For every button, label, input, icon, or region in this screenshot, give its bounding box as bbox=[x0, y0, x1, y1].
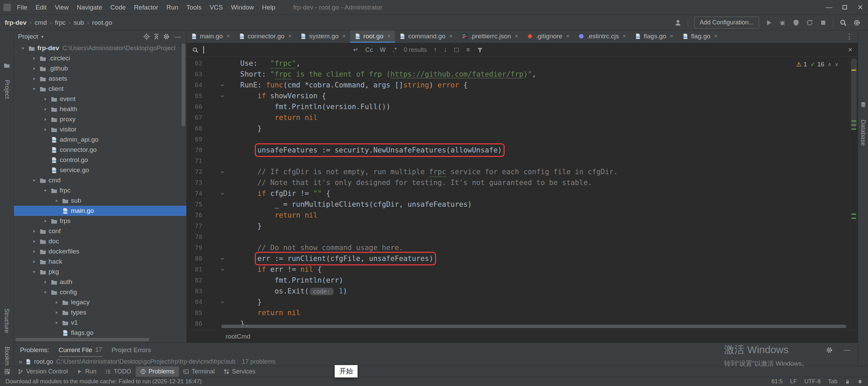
line-number[interactable]: 83 bbox=[187, 286, 202, 297]
editor-tab--eslintrc-cjs[interactable]: .eslintrc.cjs× bbox=[574, 31, 630, 43]
project-panel-title[interactable]: Project bbox=[18, 33, 38, 40]
chevron-right-icon[interactable] bbox=[52, 198, 61, 204]
menu-file[interactable]: File bbox=[13, 0, 32, 15]
toolwindow-button-database[interactable]: Database bbox=[858, 110, 868, 155]
tree-item-auth[interactable]: auth bbox=[14, 277, 186, 287]
code-area[interactable]: 62Use: "frpc",63Short: "frpc is the clie… bbox=[187, 57, 858, 330]
problems-settings-icon[interactable] bbox=[826, 347, 833, 353]
line-number[interactable]: 66 bbox=[187, 101, 202, 112]
chevron-right-icon[interactable] bbox=[30, 66, 38, 72]
chevron-right-icon[interactable] bbox=[41, 218, 50, 224]
tree-item-service-go[interactable]: GOservice.go bbox=[14, 165, 186, 175]
menu-run[interactable]: Run bbox=[162, 0, 182, 15]
run-icon[interactable] bbox=[765, 19, 773, 26]
toolwindow-button-version-control[interactable]: Version Control bbox=[13, 366, 72, 377]
tree-item-flags-go[interactable]: GOflags.go bbox=[14, 328, 186, 338]
code-line[interactable]: 74 if cfgDir != "" { bbox=[187, 188, 858, 199]
editor-tab-flags-go[interactable]: GOflags.go× bbox=[630, 31, 678, 43]
editor-tab-system-go[interactable]: GOsystem.go× bbox=[296, 31, 350, 43]
close-button[interactable]: × bbox=[852, 0, 868, 15]
code-line[interactable]: 69 bbox=[187, 134, 858, 145]
editor-tab--prettierrc-json[interactable]: .prettierrc.json× bbox=[457, 31, 523, 43]
chevron-down-icon[interactable] bbox=[30, 86, 38, 92]
editor-tab-command-go[interactable]: GOcommand.go× bbox=[395, 31, 457, 43]
code-line[interactable]: 62Use: "frpc", bbox=[187, 58, 858, 69]
next-problem-icon[interactable]: ∨ bbox=[835, 61, 838, 67]
code-line[interactable]: 63Short: "frpc is the client of frp (htt… bbox=[187, 69, 858, 80]
menu-help[interactable]: Help bbox=[258, 0, 279, 15]
chevron-down-icon[interactable]: ▾ bbox=[41, 34, 43, 39]
code-line[interactable]: 65 if showVersion { bbox=[187, 90, 858, 101]
add-configuration-button[interactable]: Add Configuration... bbox=[694, 17, 759, 28]
inspections-widget[interactable]: ⚠ 1 ✓ 16 ∧ ∨ bbox=[793, 60, 842, 69]
tree-item-config[interactable]: config bbox=[14, 287, 186, 297]
regex-toggle[interactable]: .* bbox=[393, 46, 397, 54]
minimize-button[interactable]: — bbox=[821, 0, 837, 15]
collaboration-icon[interactable] bbox=[674, 19, 682, 26]
tab-project-errors[interactable]: Project Errors bbox=[112, 343, 151, 357]
chevron-right-icon[interactable] bbox=[30, 228, 38, 234]
tree-item-conf[interactable]: conf bbox=[14, 226, 186, 236]
file-encoding[interactable]: UTF-8 bbox=[804, 378, 820, 385]
lock-icon[interactable] bbox=[845, 379, 850, 384]
panel-settings-icon[interactable] bbox=[163, 33, 170, 40]
editor-tab-connector-go[interactable]: GOconnector.go× bbox=[234, 31, 296, 43]
breadcrumb-item[interactable]: sub bbox=[74, 19, 84, 26]
code-line[interactable]: 76 return nil bbox=[187, 210, 858, 221]
line-number[interactable]: 71 bbox=[187, 156, 202, 166]
tree-item-doc[interactable]: doc bbox=[14, 236, 186, 246]
chevron-right-icon[interactable] bbox=[30, 239, 38, 244]
toolwindow-button-terminal[interactable]: Terminal bbox=[179, 366, 219, 377]
line-number[interactable]: 86 bbox=[187, 318, 202, 329]
close-tab-icon[interactable]: × bbox=[387, 33, 391, 40]
line-number[interactable]: 79 bbox=[187, 242, 202, 253]
tree-item-health[interactable]: health bbox=[14, 104, 186, 114]
editor-horizontal-scrollbar[interactable] bbox=[221, 325, 846, 328]
fold-marker-icon[interactable] bbox=[202, 188, 240, 199]
toolwindow-switcher-icon[interactable] bbox=[1, 369, 13, 374]
code-line[interactable]: 67 return nil bbox=[187, 112, 858, 123]
editor-tab--gitignore[interactable]: .gitignore× bbox=[523, 31, 574, 43]
menu-window[interactable]: Window bbox=[227, 0, 258, 15]
chevron-right-icon[interactable] bbox=[52, 320, 61, 326]
code-line[interactable]: 68 } bbox=[187, 123, 858, 134]
fold-marker-icon[interactable] bbox=[202, 297, 240, 307]
tree-item--github[interactable]: .github bbox=[14, 63, 186, 74]
chevron-right-icon[interactable] bbox=[52, 300, 61, 305]
line-number[interactable]: 78 bbox=[187, 231, 202, 242]
line-number[interactable]: 76 bbox=[187, 210, 202, 221]
tree-item-dockerfiles[interactable]: dockerfiles bbox=[14, 246, 186, 257]
line-number[interactable]: 63 bbox=[187, 69, 202, 80]
menu-tools[interactable]: Tools bbox=[182, 0, 205, 15]
toolwindow-button-services[interactable]: Services bbox=[219, 366, 260, 377]
toolwindow-button-problems[interactable]: Problems bbox=[136, 366, 179, 377]
fold-marker-icon[interactable] bbox=[202, 90, 240, 101]
close-tab-icon[interactable]: × bbox=[288, 33, 291, 40]
line-separator[interactable]: LF bbox=[790, 378, 797, 385]
line-number[interactable]: 80 bbox=[187, 253, 202, 264]
line-number[interactable]: 69 bbox=[187, 134, 202, 145]
breadcrumb-context[interactable]: rootCmd bbox=[226, 333, 250, 340]
filter-lines-icon[interactable]: ≡ bbox=[466, 46, 470, 54]
fold-marker-icon[interactable] bbox=[202, 80, 240, 90]
tree-item-proxy[interactable]: proxy bbox=[14, 114, 186, 124]
tree-item-pkg[interactable]: pkg bbox=[14, 267, 186, 277]
code-line[interactable]: 85 return nil bbox=[187, 307, 858, 318]
tree-item-event[interactable]: event bbox=[14, 94, 186, 104]
editor-tab-flag-go[interactable]: GOflag.go× bbox=[678, 31, 722, 43]
expand-chevron-icon[interactable]: » bbox=[19, 358, 22, 365]
editor-error-stripe[interactable] bbox=[850, 57, 858, 330]
line-number[interactable]: 70 bbox=[187, 145, 202, 156]
chevron-down-icon[interactable] bbox=[30, 178, 38, 183]
line-number[interactable]: 72 bbox=[187, 166, 202, 177]
line-number[interactable]: 62 bbox=[187, 58, 202, 69]
fold-marker-icon[interactable] bbox=[202, 166, 240, 177]
line-number[interactable]: 82 bbox=[187, 275, 202, 286]
tree-item-sub[interactable]: sub bbox=[14, 196, 186, 206]
chevron-right-icon[interactable] bbox=[30, 259, 38, 265]
line-number[interactable]: 73 bbox=[187, 177, 202, 188]
chevron-right-icon[interactable] bbox=[52, 310, 61, 316]
menu-code[interactable]: Code bbox=[106, 0, 130, 15]
maximize-button[interactable] bbox=[837, 0, 852, 15]
chevron-down-icon[interactable] bbox=[41, 289, 50, 295]
